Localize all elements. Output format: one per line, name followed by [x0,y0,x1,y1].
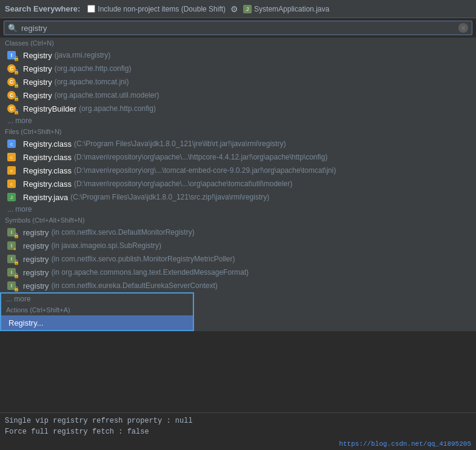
search-box[interactable]: 🔍 ✕ [4,21,472,35]
symbol-name: registry [23,268,49,277]
file-path: (D:\maven\repository\org\apache\...\org\… [74,180,292,188]
class-package: (java.rmi.registry) [55,51,111,59]
item-icon-wrapper: C 🔒 [7,64,21,73]
item-icon-wrapper: I 🔒 [7,268,21,277]
symbol-item-registry-eureka[interactable]: I 🔒 registry (in com.netflix.eureka.Defa… [0,279,476,292]
non-project-checkbox-input[interactable] [87,5,95,13]
file-path: (D:\maven\repository\org\...\tomcat-embe… [74,166,336,175]
symbol-name: registry [23,255,49,264]
file-name: Registry.java [23,193,68,202]
sub-icon-lock: 🔒 [13,56,19,61]
include-non-project-checkbox[interactable]: Include non-project items (Double Shift) [87,5,226,13]
files-more-link[interactable]: ... more [0,204,476,215]
item-icon-wrapper: c [7,180,21,188]
file-item-registry-class-tomcat-jni[interactable]: c Registry.class (D:\maven\repository\or… [0,164,476,177]
symbol-package: (in com.netflix.servo.publish.MonitorReg… [52,255,235,263]
file-path: (C:\Program Files\Java\jdk1.8.0_121\src.… [70,193,269,201]
class-package: (org.apache.http.config) [55,64,132,73]
file-java-icon-blue: J [7,193,16,201]
sub-lock-icon: 🔒 [13,260,19,265]
sub-lock-icon: 🔒 [13,233,19,238]
search-input[interactable] [21,24,458,33]
item-icon-wrapper: I 🔒 [7,281,21,290]
symbols-section-header: Symbols (Ctrl+Alt+Shift+N) [0,215,476,226]
item-icon-wrapper: J [7,193,21,201]
item-icon-wrapper: c [7,153,21,161]
file-class-icon-blue: c [7,139,16,148]
actions-section-header: Actions (Ctrl+Shift+A) [1,304,193,315]
sub-icon-lock: 🔒 [13,96,19,101]
symbol-name: registry [23,228,49,237]
file-item-registry-class-tomcat-util[interactable]: c Registry.class (D:\maven\repository\or… [0,177,476,190]
non-project-label: Include non-project items (Double Shift) [98,5,226,13]
file-tab: SystemApplication.java [254,5,329,13]
symbol-package: (in com.netflix.eureka.DefaultEurekaServ… [52,281,218,290]
code-line-1: Single vip registry refresh property : n… [5,415,471,426]
action-item-registry[interactable]: Registry... [1,315,193,330]
sub-icon-lock: 🔒 [13,82,19,88]
sub-icon-lock: 🔒 [13,109,19,115]
search-icon: 🔍 [8,24,18,33]
file-item-registry-class-rmi[interactable]: c Registry.class (C:\Program Files\Java\… [0,137,476,150]
item-icon-wrapper: C 🔒 [7,104,21,113]
code-area: Single vip registry refresh property : n… [0,412,476,450]
class-name: Registry [23,51,52,60]
code-text-1: Single vip registry refresh property : n… [5,417,193,425]
file-class-icon-orange: c [7,180,16,188]
symbol-package: (in javax.imageio.spi.SubRegistry) [52,241,161,250]
class-name: Registry [23,64,52,73]
item-icon-wrapper: I 🔒 [7,255,21,263]
file-name: Registry.class [23,139,72,149]
url-link[interactable]: https://blog.csdn.net/qq_41895205 [339,440,471,448]
symbol-item-registry-netflix-servo[interactable]: I 🔒 registry (in com.netflix.servo.Defau… [0,226,476,239]
item-icon-wrapper: c [7,139,21,148]
file-name: Registry.class [23,166,72,175]
files-section-header: Files (Ctrl+Shift+N) [0,126,476,137]
item-icon-wrapper: C 🔒 [7,91,21,99]
class-name: Registry [23,91,52,100]
file-path: (C:\Program Files\Java\jdk1.8.0_121\jre\… [74,139,286,148]
symbol-item-registry-imageio[interactable]: I ● registry (in javax.imageio.spi.SubRe… [0,239,476,252]
code-line-2: Force full registry fetch : false [5,426,471,437]
action-name: Registry... [8,318,44,327]
symbol-package: (in org.apache.commons.lang.text.Extende… [52,268,249,277]
file-item-registry-java[interactable]: J Registry.java (C:\Program Files\Java\j… [0,190,476,204]
file-name: Registry.class [23,153,72,162]
item-icon-wrapper: I 🔒 [7,228,21,237]
item-icon-wrapper: C 🔒 [7,78,21,86]
classes-more-link[interactable]: ... more [0,115,476,126]
file-item-registry-class-http[interactable]: c Registry.class (D:\maven\repository\or… [0,150,476,164]
symbol-item-registry-servo-publish[interactable]: I 🔒 registry (in com.netflix.servo.publi… [0,252,476,266]
sub-lock-icon: 🔒 [13,286,19,292]
clear-icon[interactable]: ✕ [458,23,468,33]
symbols-more-link[interactable]: ... more [1,294,193,304]
sub-icon-lock: 🔒 [13,69,19,75]
file-class-icon-orange: c [7,166,16,175]
class-item-registry-rmi[interactable]: I 🔒 Registry (java.rmi.registry) [0,49,476,62]
sub-lock-icon: 🔒 [13,273,19,278]
file-path: (D:\maven\repository\org\apache\...\http… [74,153,327,161]
class-name: RegistryBuilder [23,104,76,113]
java-file-icon: J [243,5,252,13]
class-package: (org.apache.tomcat.jni) [55,78,129,86]
results-container: Classes (Ctrl+N) I 🔒 Registry (java.rmi.… [0,38,476,331]
symbol-item-registry-commons-lang[interactable]: I 🔒 registry (in org.apache.commons.lang… [0,266,476,279]
class-item-registry-tomcat-jni[interactable]: C 🔒 Registry (org.apache.tomcat.jni) [0,75,476,89]
file-name: Registry.class [23,180,72,189]
gear-icon[interactable]: ⚙ [230,4,238,14]
dialog-title: Search Everywhere: [5,4,80,13]
class-package: (org.apache.tomcat.util.modeler) [55,91,159,99]
symbol-name: registry [23,241,49,250]
symbol-name: registry [23,281,49,290]
item-icon-wrapper: c [7,166,21,175]
actions-box: ... more Actions (Ctrl+Shift+A) Registry… [0,292,194,331]
item-icon-wrapper: I ● [7,241,21,250]
classes-section-header: Classes (Ctrl+N) [0,38,476,49]
class-item-registry-http[interactable]: C 🔒 Registry (org.apache.http.config) [0,62,476,75]
file-class-icon-orange: c [7,153,16,161]
item-icon-wrapper: I 🔒 [7,51,21,59]
class-name: Registry [23,78,52,87]
symbol-package: (in com.netflix.servo.DefaultMonitorRegi… [52,228,195,237]
class-item-registry-tomcat-util[interactable]: C 🔒 Registry (org.apache.tomcat.util.mod… [0,89,476,102]
class-item-registrybuilder[interactable]: C 🔒 RegistryBuilder (org.apache.http.con… [0,102,476,115]
